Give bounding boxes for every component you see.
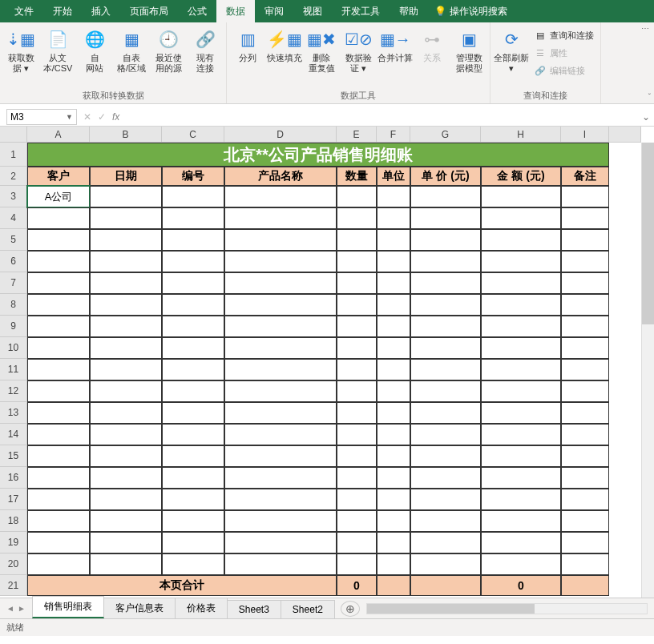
data-cell[interactable] [410, 510, 481, 532]
data-validation-button[interactable]: ☑⊘数据验 证 ▾ [341, 24, 376, 75]
data-cell[interactable] [162, 510, 224, 532]
data-cell[interactable] [162, 294, 224, 316]
data-cell[interactable] [561, 337, 609, 359]
data-cell[interactable] [377, 186, 410, 207]
data-cell[interactable] [162, 337, 224, 359]
column-header-H[interactable]: H [481, 127, 561, 143]
flash-fill-button[interactable]: ⚡▦快速填充 [267, 24, 302, 65]
column-header-A[interactable]: A [27, 127, 90, 143]
accept-formula-icon[interactable]: ✓ [98, 111, 106, 123]
data-cell[interactable] [90, 380, 162, 402]
table-header-1[interactable]: 日期 [90, 167, 162, 186]
data-cell[interactable] [90, 251, 162, 272]
data-cell[interactable] [162, 553, 224, 575]
get-data-button[interactable]: ⇣▦获取数 据 ▾ [3, 24, 38, 75]
data-cell[interactable] [377, 207, 410, 229]
menu-item-2[interactable]: 插入 [82, 0, 120, 22]
data-cell[interactable] [561, 294, 609, 316]
column-header-C[interactable]: C [162, 127, 224, 143]
data-cell[interactable] [561, 316, 609, 337]
column-header-E[interactable]: E [337, 127, 377, 143]
row-header-16[interactable]: 16 [0, 467, 27, 489]
data-cell[interactable] [27, 251, 90, 272]
data-cell[interactable] [410, 251, 481, 272]
data-cell[interactable] [561, 532, 609, 553]
table-header-0[interactable]: 客户 [27, 167, 90, 186]
data-cell[interactable] [90, 186, 162, 207]
data-cell[interactable] [377, 380, 410, 402]
data-cell[interactable] [90, 316, 162, 337]
row-header-8[interactable]: 8 [0, 294, 27, 316]
data-cell[interactable] [27, 316, 90, 337]
data-cell[interactable] [337, 251, 377, 272]
data-cell[interactable] [337, 380, 377, 402]
data-cell[interactable] [481, 186, 561, 207]
data-cell[interactable] [337, 402, 377, 424]
data-cell[interactable] [224, 532, 337, 553]
row-header-12[interactable]: 12 [0, 380, 27, 402]
tell-me-search[interactable]: 💡 操作说明搜索 [434, 5, 507, 18]
text-to-columns-button[interactable]: ▥分列 [230, 24, 265, 65]
row-header-9[interactable]: 9 [0, 316, 27, 337]
data-cell[interactable] [410, 186, 481, 207]
data-cell[interactable] [481, 445, 561, 467]
row-header-14[interactable]: 14 [0, 424, 27, 445]
data-cell[interactable] [90, 294, 162, 316]
data-cell[interactable] [224, 207, 337, 229]
data-cell[interactable] [224, 489, 337, 510]
data-cell[interactable] [90, 359, 162, 380]
row-header-1[interactable]: 1 [0, 143, 27, 167]
menu-item-6[interactable]: 审阅 [255, 0, 293, 22]
data-cell[interactable] [90, 207, 162, 229]
menu-item-1[interactable]: 开始 [43, 0, 82, 22]
consolidate-button[interactable]: ▦→合并计算 [377, 24, 413, 65]
table-header-2[interactable]: 编号 [162, 167, 224, 186]
data-cell[interactable] [561, 207, 609, 229]
queries-connections-button[interactable]: ▤查询和连接 [531, 27, 597, 43]
data-cell[interactable] [162, 380, 224, 402]
data-cell[interactable] [224, 272, 337, 294]
data-cell[interactable] [481, 489, 561, 510]
data-cell[interactable] [337, 467, 377, 489]
row-header-6[interactable]: 6 [0, 251, 27, 272]
data-cell[interactable] [337, 337, 377, 359]
from-range-button[interactable]: ▦自表 格/区域 [114, 24, 149, 75]
data-cell[interactable] [90, 229, 162, 251]
table-header-6[interactable]: 单 价 (元) [410, 167, 481, 186]
data-cell[interactable] [561, 380, 609, 402]
data-cell[interactable] [481, 207, 561, 229]
menu-item-5[interactable]: 数据 [216, 0, 255, 22]
sheet-tab-2[interactable]: 价格表 [175, 598, 228, 618]
data-cell[interactable] [561, 251, 609, 272]
table-header-4[interactable]: 数量 [337, 167, 377, 186]
row-header-20[interactable]: 20 [0, 553, 27, 575]
data-cell[interactable] [90, 402, 162, 424]
row-header-15[interactable]: 15 [0, 445, 27, 467]
menu-item-4[interactable]: 公式 [178, 0, 216, 22]
data-cell[interactable] [162, 359, 224, 380]
row-header-4[interactable]: 4 [0, 207, 27, 229]
sheet-tab-0[interactable]: 销售明细表 [32, 596, 104, 618]
data-cell[interactable] [224, 402, 337, 424]
total-amount[interactable]: 0 [481, 575, 561, 596]
data-cell[interactable]: A公司 [27, 186, 90, 207]
tab-nav-next-icon[interactable]: ► [18, 604, 26, 613]
data-cell[interactable] [481, 337, 561, 359]
data-cell[interactable] [410, 424, 481, 445]
add-sheet-button[interactable]: ⊕ [341, 601, 360, 617]
data-cell[interactable] [162, 445, 224, 467]
data-cell[interactable] [27, 359, 90, 380]
data-cell[interactable] [481, 316, 561, 337]
column-header-D[interactable]: D [224, 127, 337, 143]
row-header-2[interactable]: 2 [0, 167, 27, 186]
data-cell[interactable] [561, 359, 609, 380]
data-cell[interactable] [162, 424, 224, 445]
data-cell[interactable] [224, 510, 337, 532]
data-cell[interactable] [410, 272, 481, 294]
menu-item-3[interactable]: 页面布局 [120, 0, 178, 22]
name-box-dropdown-icon[interactable]: ▼ [66, 113, 73, 121]
data-cell[interactable] [27, 337, 90, 359]
data-cell[interactable] [337, 553, 377, 575]
data-cell[interactable] [27, 294, 90, 316]
data-cell[interactable] [410, 337, 481, 359]
